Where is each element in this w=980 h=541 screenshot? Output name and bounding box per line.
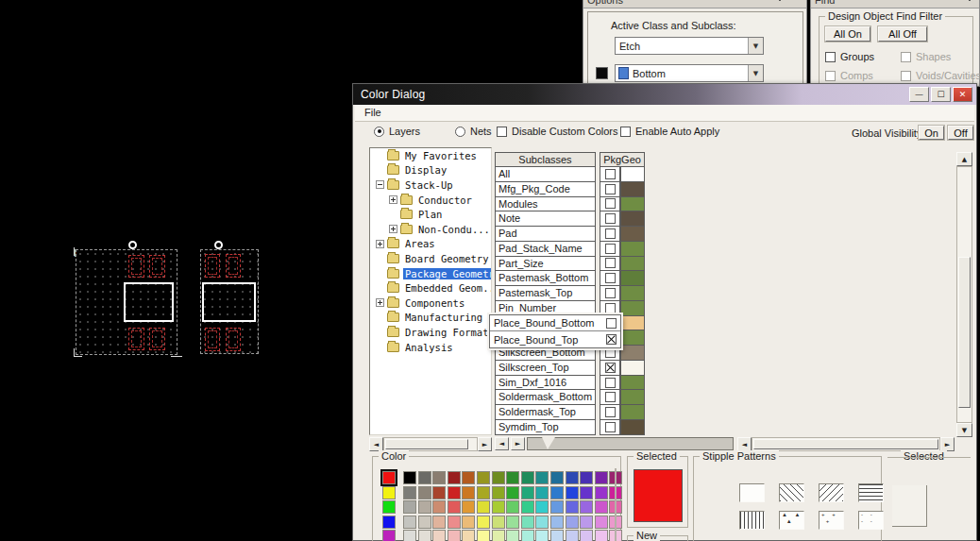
palette-swatch[interactable] <box>462 500 475 514</box>
tree-item-stack-up[interactable]: Stack-Up <box>370 178 491 193</box>
palette-swatch[interactable] <box>550 516 564 529</box>
palette-swatch[interactable] <box>477 516 490 529</box>
palette-swatch[interactable] <box>506 516 519 529</box>
global-visibility-on-button[interactable]: On <box>919 126 944 140</box>
visibility-checkbox-icon[interactable] <box>605 169 616 179</box>
subclass-color-swatch[interactable] <box>620 167 645 182</box>
palette-swatch[interactable] <box>462 530 475 541</box>
subclass-color-swatch[interactable] <box>620 271 645 286</box>
subclass-color-swatch[interactable] <box>620 346 645 361</box>
dialog-titlebar[interactable]: Color Dialog — ☐ ✕ <box>353 84 976 105</box>
stipple-pattern-horizontal-lines[interactable] <box>858 483 884 502</box>
visibility-checkbox-cell[interactable] <box>600 227 620 242</box>
palette-swatch[interactable] <box>432 500 446 514</box>
palette-swatch[interactable] <box>382 500 396 514</box>
subclass-name[interactable]: Note <box>495 211 596 227</box>
visibility-checkbox-icon[interactable] <box>605 347 616 358</box>
subclass-color-swatch[interactable] <box>620 211 645 227</box>
palette-swatch[interactable] <box>492 530 505 541</box>
stipple-pattern-triangles[interactable]: ▲ ▲ ▲ <box>779 511 804 530</box>
find-checkbox-comps[interactable]: Comps <box>825 70 873 81</box>
palette-swatch[interactable] <box>506 486 519 499</box>
scroll-down-icon[interactable]: ▼ <box>956 423 972 437</box>
scroll-up-icon[interactable]: ▲ <box>956 152 972 166</box>
layers-radio[interactable]: Layers <box>374 126 420 137</box>
nets-radio[interactable]: Nets <box>455 126 492 137</box>
palette-swatch[interactable] <box>477 530 490 541</box>
visibility-checkbox-cell[interactable] <box>600 242 620 257</box>
tree-item-package-geometry[interactable]: Package Geometry <box>370 266 491 281</box>
palette-swatch[interactable] <box>506 530 519 541</box>
subclass-name[interactable]: Sim_Dxf_1016 <box>495 376 596 391</box>
palette-swatch[interactable] <box>580 500 593 514</box>
subclass-color-swatch[interactable] <box>620 405 645 420</box>
visibility-checkbox-cell[interactable] <box>600 420 620 435</box>
palette-swatch[interactable] <box>595 486 608 499</box>
palette-swatch[interactable] <box>566 500 579 514</box>
palette-swatch[interactable] <box>403 471 416 484</box>
stipple-pattern-diagonal-forward[interactable] <box>819 483 844 502</box>
visibility-checkbox-icon[interactable] <box>605 184 616 194</box>
find-checkbox-shapes[interactable]: Shapes <box>901 51 951 62</box>
minimize-button[interactable]: — <box>909 87 929 102</box>
palette-swatch[interactable] <box>403 530 416 541</box>
visibility-checkbox-icon[interactable] <box>606 334 617 345</box>
visibility-checkbox-icon[interactable] <box>605 244 616 254</box>
subclass-color-swatch[interactable] <box>620 420 645 435</box>
subclass-color-swatch[interactable] <box>620 390 645 405</box>
subclass-color-swatch[interactable] <box>620 242 645 257</box>
palette-swatch[interactable] <box>595 516 608 529</box>
maximize-button[interactable]: ☐ <box>931 87 951 102</box>
visibility-checkbox-cell[interactable] <box>600 211 620 227</box>
palette-swatch[interactable] <box>462 471 475 484</box>
palette-swatch[interactable] <box>448 471 461 484</box>
subclass-color-swatch[interactable] <box>620 182 645 197</box>
subclass-name[interactable]: Pastemask_Top <box>495 286 596 301</box>
visibility-checkbox-icon[interactable] <box>606 318 617 329</box>
pane-horizontal-scrollbar[interactable]: ◄ ► <box>737 437 955 451</box>
palette-swatch[interactable] <box>580 530 593 541</box>
visibility-checkbox-cell[interactable] <box>600 197 620 212</box>
footprint-1[interactable] <box>76 249 177 355</box>
stipple-pattern-solid[interactable] <box>739 483 765 502</box>
overlay-row-place_bound_bottom[interactable]: Place_Bound_Bottom <box>490 315 620 331</box>
class-dropdown[interactable]: Etch ▼ <box>615 37 764 55</box>
visibility-checkbox-icon[interactable] <box>605 258 616 268</box>
all-on-button[interactable]: All On <box>825 26 870 42</box>
palette-swatch[interactable] <box>595 471 608 484</box>
visibility-checkbox-icon[interactable] <box>605 198 616 209</box>
subclass-color-swatch[interactable] <box>620 301 645 316</box>
scroll-right-icon[interactable]: ► <box>478 437 492 451</box>
palette-swatch[interactable] <box>521 516 534 529</box>
subclass-name[interactable]: Symdim_Top <box>495 420 596 435</box>
palette-swatch[interactable] <box>580 516 593 529</box>
palette-swatch[interactable] <box>521 530 534 541</box>
stipple-pattern-plus-dots[interactable]: + + + <box>819 511 844 530</box>
subclass-name[interactable]: Soldermask_Top <box>495 405 596 420</box>
palette-swatch[interactable] <box>418 471 431 484</box>
subclass-color-swatch[interactable] <box>620 316 645 331</box>
palette-swatch[interactable] <box>477 471 490 484</box>
tab-scroll-right-icon[interactable]: ► <box>511 437 525 450</box>
palette-swatch[interactable] <box>521 486 534 499</box>
find-panel-titlebar[interactable]: Find <box>811 0 979 8</box>
scroll-left-icon[interactable]: ◄ <box>737 437 752 451</box>
options-panel-titlebar[interactable]: Options × <box>583 0 806 8</box>
close-button[interactable]: ✕ <box>953 87 972 102</box>
subclass-color-swatch[interactable] <box>620 227 645 242</box>
palette-swatch[interactable] <box>403 486 416 499</box>
expand-plus-icon[interactable] <box>376 298 384 307</box>
palette-swatch[interactable] <box>448 516 461 529</box>
palette-swatch[interactable] <box>477 500 490 514</box>
palette-swatch[interactable] <box>382 486 396 499</box>
tree-item-plan[interactable]: Plan <box>370 207 491 222</box>
expand-plus-icon[interactable] <box>389 225 397 233</box>
palette-swatch[interactable] <box>477 486 490 499</box>
table-vertical-scrollbar[interactable]: ▲ ▼ <box>956 152 972 437</box>
palette-swatch[interactable] <box>550 500 564 514</box>
tree-item-analysis[interactable]: Analysis <box>370 340 491 355</box>
palette-swatch[interactable] <box>535 471 549 484</box>
expand-plus-icon[interactable] <box>389 195 397 204</box>
palette-swatch[interactable] <box>432 471 446 484</box>
visibility-checkbox-cell[interactable] <box>600 167 620 182</box>
